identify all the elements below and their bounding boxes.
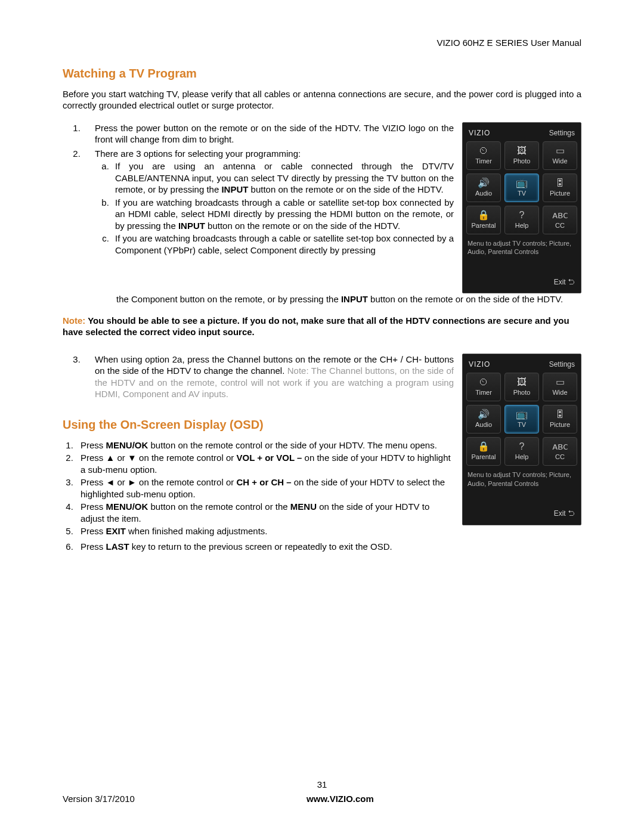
timer-icon: ⏲ xyxy=(479,377,488,387)
photo-icon: 🖼 xyxy=(517,146,527,156)
osd-tile-label: CC xyxy=(555,221,565,230)
osd-settings-label: Settings xyxy=(549,360,575,370)
osd-tile-help: ?Help xyxy=(504,206,539,234)
osd-step-4: Press MENU/OK button on the remote contr… xyxy=(76,501,454,524)
note-label: Note: xyxy=(63,315,85,326)
osd-brand: VIZIO xyxy=(469,129,490,138)
osd-tile-label: TV xyxy=(518,420,526,429)
osd-tile-timer: ⏲Timer xyxy=(466,373,501,401)
osd-step-2: Press ▲ or ▼ on the remote control or VO… xyxy=(76,452,454,475)
osd-step-6: Press LAST key to return to the previous… xyxy=(76,541,581,553)
osd-tile-label: Wide xyxy=(552,388,567,397)
osd-tile-label: Audio xyxy=(475,420,492,429)
tv-icon: 📺 xyxy=(516,410,528,419)
osd-tile-picture: 🎛Picture xyxy=(543,405,577,433)
osd-tile-help: ?Help xyxy=(504,437,539,466)
osd-tile-label: Picture xyxy=(550,420,570,429)
osd-tile-tv: 📺TV xyxy=(504,174,539,202)
osd-tile-timer: ⏲Timer xyxy=(466,141,501,170)
wide-icon: ▭ xyxy=(556,146,565,156)
footer-url: www.VIZIO.com xyxy=(306,793,374,805)
help-icon: ? xyxy=(519,210,525,220)
heading-watching-tv: Watching a TV Program xyxy=(63,66,581,81)
doc-header: VIZIO 60HZ E SERIES User Manual xyxy=(63,37,581,49)
parental-icon: 🔒 xyxy=(478,442,490,451)
osd-hint: Menu to adjust TV controls; Picture, Aud… xyxy=(466,469,577,488)
audio-icon: 🔊 xyxy=(478,178,490,188)
step-3: When using option 2a, press the Channel … xyxy=(83,354,454,400)
timer-icon: ⏲ xyxy=(479,146,488,156)
osd-tile-tv: 📺TV xyxy=(504,405,539,433)
intro-paragraph: Before you start watching TV, please ver… xyxy=(63,88,581,112)
osd-tile-cc: ᴀʙᴄCC xyxy=(543,206,577,234)
osd-tile-photo: 🖼Photo xyxy=(504,373,539,401)
osd-tile-label: Parental xyxy=(472,453,496,461)
heading-osd: Using the On-Screen Display (OSD) xyxy=(63,417,454,432)
audio-icon: 🔊 xyxy=(478,410,490,419)
osd-exit: Exit ⮌ xyxy=(466,278,577,287)
osd-tile-picture: 🎛Picture xyxy=(543,174,577,202)
osd-exit: Exit ⮌ xyxy=(466,509,577,519)
osd-tile-wide: ▭Wide xyxy=(543,141,577,170)
osd-tile-photo: 🖼Photo xyxy=(504,141,539,170)
osd-screenshot-1: VIZIOSettings⏲Timer🖼Photo▭Wide🔊Audio📺TV🎛… xyxy=(462,122,581,294)
option-c-continuation: the Component button on the remote, or b… xyxy=(116,293,581,305)
step-2-intro: There are 3 options for selecting your p… xyxy=(95,148,301,159)
osd-step-1: Press MENU/OK button on the remote contr… xyxy=(76,439,454,451)
option-c: If you are watching broadcasts through a… xyxy=(112,233,454,256)
help-icon: ? xyxy=(519,442,525,451)
osd-tile-label: Help xyxy=(515,453,529,461)
picture-icon: 🎛 xyxy=(555,178,565,188)
step-2: There are 3 options for selecting your p… xyxy=(83,148,454,256)
osd-tile-parental: 🔒Parental xyxy=(466,206,501,234)
option-b: If you are watching broadcasts through a… xyxy=(112,197,454,232)
osd-tile-label: Wide xyxy=(552,157,567,165)
parental-icon: 🔒 xyxy=(478,210,490,220)
osd-step-5: Press EXIT when finished making adjustme… xyxy=(76,525,454,537)
osd-tile-label: Help xyxy=(515,221,529,230)
osd-tile-label: TV xyxy=(518,189,526,197)
picture-icon: 🎛 xyxy=(555,410,565,419)
osd-tile-label: Parental xyxy=(472,221,496,230)
osd-tile-wide: ▭Wide xyxy=(543,373,577,401)
osd-tile-audio: 🔊Audio xyxy=(466,405,501,433)
tv-icon: 📺 xyxy=(516,178,528,188)
cc-icon: ᴀʙᴄ xyxy=(552,210,568,220)
osd-brand: VIZIO xyxy=(469,360,490,370)
osd-tile-cc: ᴀʙᴄCC xyxy=(543,437,577,466)
page-footer: 31 Version 3/17/2010 www.VIZIO.com xyxy=(63,779,581,804)
photo-icon: 🖼 xyxy=(517,377,527,387)
cc-icon: ᴀʙᴄ xyxy=(552,442,568,451)
osd-screenshot-2: VIZIOSettings⏲Timer🖼Photo▭Wide🔊Audio📺TV🎛… xyxy=(462,354,581,525)
page-number: 31 xyxy=(63,779,581,791)
osd-step-3: Press ◄ or ► on the remote control or CH… xyxy=(76,476,454,500)
osd-tile-label: Audio xyxy=(475,189,492,197)
step-1: Press the power button on the remote or … xyxy=(83,122,454,145)
osd-tile-label: Photo xyxy=(513,157,531,165)
osd-tile-audio: 🔊Audio xyxy=(466,174,501,202)
note-paragraph: Note: You should be able to see a pictur… xyxy=(63,315,581,338)
osd-tile-label: CC xyxy=(555,453,565,461)
wide-icon: ▭ xyxy=(556,377,565,387)
osd-tile-label: Timer xyxy=(475,157,492,165)
osd-tile-label: Picture xyxy=(550,189,570,197)
osd-hint: Menu to adjust TV controls; Picture, Aud… xyxy=(466,238,577,256)
osd-tile-label: Timer xyxy=(475,388,492,397)
osd-tile-parental: 🔒Parental xyxy=(466,437,501,466)
footer-version: Version 3/17/2010 xyxy=(63,793,135,805)
option-a: If you are using an antenna or cable con… xyxy=(112,160,454,196)
osd-settings-label: Settings xyxy=(549,129,575,138)
osd-tile-label: Photo xyxy=(513,388,531,397)
